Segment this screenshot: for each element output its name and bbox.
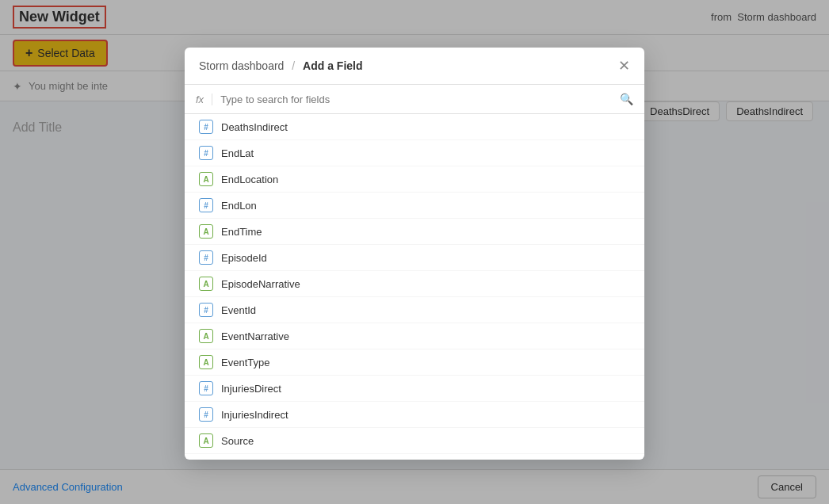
field-list: #DeathsIndirect#EndLatAEndLocation#EndLo… bbox=[185, 114, 644, 460]
field-name: Source bbox=[221, 435, 254, 447]
fx-label: fx bbox=[196, 94, 212, 105]
field-name: InjuriesIndirect bbox=[221, 409, 288, 421]
field-name: EpisodeNarrative bbox=[221, 278, 300, 290]
list-item[interactable]: AEventType bbox=[185, 349, 644, 376]
field-type-badge: A bbox=[199, 329, 213, 343]
field-type-badge: A bbox=[199, 172, 213, 186]
list-item[interactable]: AEpisodeNarrative bbox=[185, 271, 644, 297]
field-name: EndTime bbox=[221, 226, 262, 238]
field-type-badge: A bbox=[199, 355, 213, 369]
field-type-badge: # bbox=[199, 120, 213, 134]
search-icon: 🔍 bbox=[620, 93, 633, 105]
field-name: InjuriesDirect bbox=[221, 383, 281, 395]
field-name: EpisodeId bbox=[221, 252, 267, 264]
page-container: New Widget from Storm dashboard + Select… bbox=[0, 0, 829, 504]
field-type-badge: A bbox=[199, 224, 213, 239]
list-item[interactable]: #InjuriesDirect bbox=[185, 376, 644, 402]
field-type-badge: # bbox=[199, 381, 213, 395]
modal-search-bar: fx 🔍 bbox=[185, 85, 644, 114]
list-item[interactable]: ASource bbox=[185, 428, 644, 454]
field-type-badge: A bbox=[199, 277, 213, 291]
field-type-badge: # bbox=[199, 146, 213, 160]
list-item[interactable]: AStartTime bbox=[185, 454, 644, 460]
modal-overlay: Storm dashboard / Add a Field ✕ fx 🔍 #De… bbox=[0, 0, 829, 504]
field-name: EndLat bbox=[221, 147, 254, 159]
field-type-badge: # bbox=[199, 407, 213, 422]
list-item[interactable]: #DeathsIndirect bbox=[185, 114, 644, 140]
modal-close-button[interactable]: ✕ bbox=[618, 59, 630, 73]
list-item[interactable]: #EndLat bbox=[185, 140, 644, 166]
add-field-modal: Storm dashboard / Add a Field ✕ fx 🔍 #De… bbox=[185, 48, 644, 460]
field-name: EventNarrative bbox=[221, 330, 289, 342]
list-item[interactable]: AEndTime bbox=[185, 219, 644, 245]
field-name: EventId bbox=[221, 304, 256, 316]
list-item[interactable]: AEventNarrative bbox=[185, 323, 644, 349]
field-type-badge: # bbox=[199, 198, 213, 212]
field-name: EventType bbox=[221, 357, 269, 368]
field-name: EndLon bbox=[221, 200, 257, 212]
field-name: EndLocation bbox=[221, 174, 278, 185]
field-type-badge: # bbox=[199, 303, 213, 317]
field-search-input[interactable] bbox=[220, 94, 612, 105]
modal-header: Storm dashboard / Add a Field ✕ bbox=[185, 48, 644, 85]
list-item[interactable]: AEndLocation bbox=[185, 166, 644, 193]
list-item[interactable]: #InjuriesIndirect bbox=[185, 402, 644, 428]
list-item[interactable]: #EndLon bbox=[185, 193, 644, 219]
field-name: DeathsIndirect bbox=[221, 121, 288, 133]
field-type-badge: # bbox=[199, 250, 213, 265]
field-type-badge: A bbox=[199, 433, 213, 448]
list-item[interactable]: #EventId bbox=[185, 297, 644, 323]
list-item[interactable]: #EpisodeId bbox=[185, 245, 644, 271]
modal-title: Storm dashboard / Add a Field bbox=[199, 59, 363, 72]
